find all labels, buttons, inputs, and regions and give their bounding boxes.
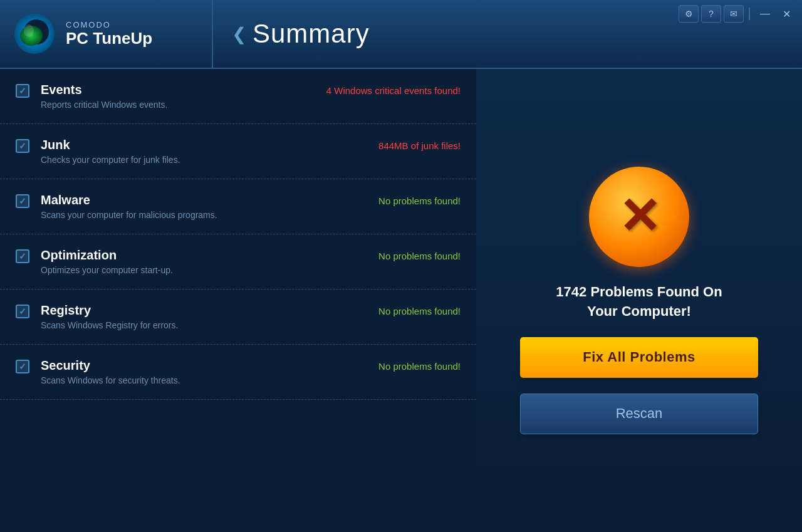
brand-name: COMODO	[66, 20, 152, 29]
item-info: Events Reports critical Windows events.	[41, 83, 326, 110]
checkmark-icon: ✓	[19, 196, 26, 206]
item-status: 4 Windows critical events found!	[326, 83, 461, 96]
item-name: Malware	[41, 193, 378, 207]
problem-count-text: 1742 Problems Found On Your Computer!	[556, 283, 722, 321]
item-description: Scans Windows for security threats.	[41, 375, 378, 385]
settings-button[interactable]: ⚙	[679, 5, 699, 23]
product-name: PC TuneUp	[66, 29, 152, 48]
item-info: Junk Checks your computer for junk files…	[41, 138, 378, 165]
main-content: ✓ Events Reports critical Windows events…	[0, 69, 802, 532]
help-icon: ?	[709, 9, 714, 19]
minimize-button[interactable]: —	[755, 6, 775, 22]
right-panel: ✕ 1742 Problems Found On Your Computer! …	[476, 69, 802, 532]
logo-text: COMODO PC TuneUp	[66, 20, 152, 48]
left-panel: ✓ Events Reports critical Windows events…	[0, 69, 476, 532]
item-name: Events	[41, 83, 326, 97]
item-name: Optimization	[41, 248, 378, 263]
problem-status-icon: ✕	[589, 167, 689, 267]
scan-item: ✓ Optimization Optimizes your computer s…	[0, 234, 476, 289]
settings-icon: ⚙	[685, 9, 693, 19]
problem-count-line2: Your Computer!	[587, 303, 691, 319]
item-description: Checks your computer for junk files.	[41, 155, 378, 165]
problem-count-line1: 1742 Problems Found On	[556, 284, 722, 300]
back-arrow-icon[interactable]: ❮	[232, 24, 246, 44]
scan-item: ✓ Malware Scans your computer for malici…	[0, 179, 476, 234]
fix-all-button[interactable]: Fix All Problems	[520, 337, 758, 378]
page-title: Summary	[253, 19, 370, 49]
item-name: Registry	[41, 303, 378, 318]
window-controls: ⚙ ? ✉ — ✕	[672, 0, 802, 28]
help-button[interactable]: ?	[701, 5, 721, 23]
x-icon: ✕	[618, 192, 660, 242]
logo-section: COMODO PC TuneUp	[0, 0, 213, 68]
scan-item: ✓ Events Reports critical Windows events…	[0, 69, 476, 124]
checkmark-icon: ✓	[19, 86, 26, 96]
rescan-button[interactable]: Rescan	[520, 394, 758, 434]
feedback-button[interactable]: ✉	[724, 5, 744, 23]
checkbox[interactable]: ✓	[16, 194, 29, 208]
checkbox[interactable]: ✓	[16, 139, 29, 153]
checkbox-area[interactable]: ✓	[16, 193, 41, 208]
item-info: Security Scans Windows for security thre…	[41, 358, 378, 385]
comodo-logo-icon	[13, 12, 56, 56]
scan-item: ✓ Junk Checks your computer for junk fil…	[0, 124, 476, 179]
item-info: Optimization Optimizes your computer sta…	[41, 248, 378, 275]
item-name: Junk	[41, 138, 378, 152]
title-bar: COMODO PC TuneUp ❮ Summary ⚙ ? ✉ — ✕	[0, 0, 802, 69]
checkbox-area[interactable]: ✓	[16, 138, 41, 153]
item-description: Reports critical Windows events.	[41, 100, 326, 110]
item-description: Optimizes your computer start-up.	[41, 265, 378, 275]
checkbox-area[interactable]: ✓	[16, 358, 41, 373]
item-info: Malware Scans your computer for maliciou…	[41, 193, 378, 220]
checkmark-icon: ✓	[19, 362, 26, 372]
checkbox[interactable]: ✓	[16, 305, 29, 318]
scan-item: ✓ Registry Scans Windows Registry for er…	[0, 289, 476, 345]
item-description: Scans Windows Registry for errors.	[41, 320, 378, 330]
item-status: No problems found!	[378, 358, 461, 372]
checkbox[interactable]: ✓	[16, 84, 29, 98]
item-status: No problems found!	[378, 303, 461, 316]
checkbox-area[interactable]: ✓	[16, 248, 41, 263]
checkmark-icon: ✓	[19, 141, 26, 151]
item-status: 844MB of junk files!	[378, 138, 461, 151]
item-description: Scans your computer for malicious progra…	[41, 210, 378, 220]
feedback-icon: ✉	[730, 9, 737, 19]
scan-item: ✓ Security Scans Windows for security th…	[0, 345, 476, 400]
close-button[interactable]: ✕	[778, 6, 796, 23]
checkmark-icon: ✓	[19, 251, 26, 261]
item-status: No problems found!	[378, 248, 461, 261]
checkbox[interactable]: ✓	[16, 249, 29, 263]
problem-icon-container: ✕	[589, 167, 689, 267]
controls-divider	[749, 8, 750, 20]
checkbox[interactable]: ✓	[16, 360, 29, 373]
svg-point-3	[24, 24, 34, 37]
item-status: No problems found!	[378, 193, 461, 206]
checkbox-area[interactable]: ✓	[16, 83, 41, 98]
item-info: Registry Scans Windows Registry for erro…	[41, 303, 378, 330]
item-name: Security	[41, 358, 378, 373]
checkmark-icon: ✓	[19, 306, 26, 316]
checkbox-area[interactable]: ✓	[16, 303, 41, 318]
